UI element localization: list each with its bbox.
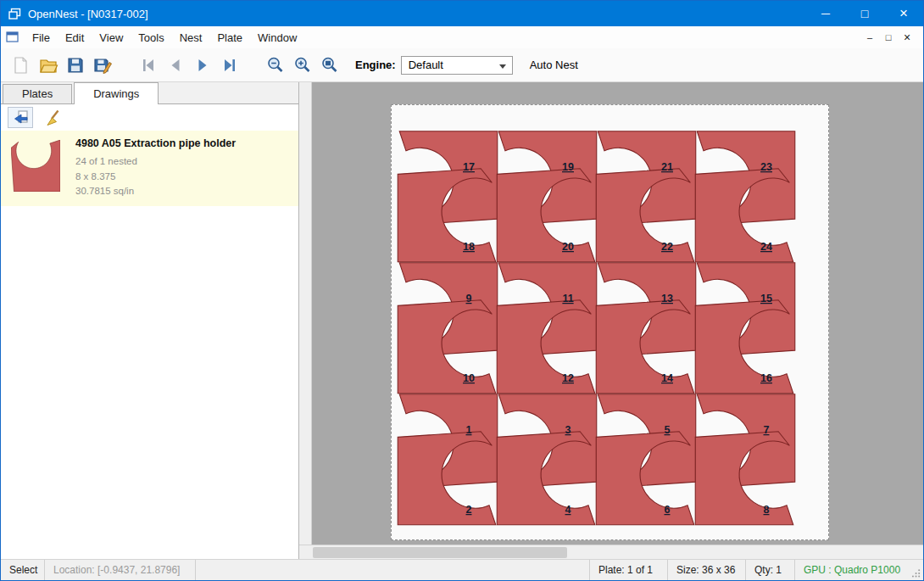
part-number-7: 7 [764,424,770,436]
menu-window[interactable]: Window [250,26,304,48]
part-number-13: 13 [661,293,673,304]
mdi-restore-button[interactable]: □ [879,29,898,46]
part-number-15: 15 [760,293,772,304]
part-number-3: 3 [565,424,571,436]
part-number-1: 1 [466,424,472,436]
app-window: OpenNest - [N0317-002] ─ □ × File Edit V… [0,0,924,581]
tab-drawings[interactable]: Drawings [74,82,159,104]
menu-nest[interactable]: Nest [172,26,210,48]
nest-canvas[interactable]: 171819202122232491011121314151612345678 [299,82,923,559]
nav-first-button[interactable] [135,52,162,79]
import-arrow-icon [11,109,30,127]
nest-pair-11-12[interactable]: 1112 [497,263,597,394]
save-button[interactable] [62,52,89,79]
part-number-24: 24 [760,241,772,253]
part-number-14: 14 [661,372,673,384]
minimize-button[interactable]: ─ [806,1,845,26]
main-toolbar: Engine: Default Auto Nest [1,48,923,82]
part-number-12: 12 [562,372,574,384]
engine-label: Engine: [355,59,396,71]
zoom-window-button[interactable] [316,52,343,79]
part-number-8: 8 [764,504,770,516]
drawing-title: 4980 A05 Extraction pipe holder [75,137,236,150]
engine-select[interactable]: Default [401,56,513,75]
resize-grip[interactable] [910,560,923,580]
nest-pair-3-4[interactable]: 34 [497,394,597,525]
part-number-16: 16 [760,372,772,384]
chevron-down-icon [499,64,506,69]
auto-nest-button[interactable]: Auto Nest [530,59,578,71]
status-qty: Qty: 1 [745,560,794,580]
part-number-2: 2 [466,504,472,516]
replace-drawing-button[interactable] [8,107,33,128]
statusbar: Select Location: [-0.9437, 21.8796] Plat… [1,559,923,580]
part-number-11: 11 [562,293,573,304]
nest-pair-13-14[interactable]: 1314 [596,263,696,394]
new-button[interactable] [8,52,35,79]
part-number-6: 6 [665,504,671,516]
mdi-child-icon[interactable] [6,31,19,43]
nest-pair-23-24[interactable]: 2324 [695,131,795,262]
tab-plates[interactable]: Plates [3,84,72,103]
new-file-icon [11,55,31,75]
part-number-17: 17 [463,161,475,173]
maximize-button[interactable]: □ [845,1,884,26]
drawing-list-item[interactable]: 4980 A05 Extraction pipe holder 24 of 1 … [1,131,298,206]
menu-tools[interactable]: Tools [131,26,171,48]
save-as-button[interactable] [89,52,116,79]
status-mode: Select [1,560,45,580]
nest-drawing: 171819202122232491011121314151612345678 [392,105,828,539]
save-as-icon [92,55,113,75]
part-number-10: 10 [463,372,475,384]
plate[interactable]: 171819202122232491011121314151612345678 [391,104,829,540]
zoom-out-button[interactable] [262,52,289,79]
titlebar: OpenNest - [N0317-002] ─ □ × [1,1,923,26]
zoom-in-icon [292,55,313,75]
menu-view[interactable]: View [92,26,131,48]
nav-prev-button[interactable] [162,52,189,79]
nav-last-button[interactable] [216,52,243,79]
nav-next-button[interactable] [189,52,216,79]
menubar: File Edit View Tools Nest Plate Window –… [1,26,923,48]
resize-grip-icon [912,568,921,578]
app-icon [8,8,21,20]
horizontal-scrollbar[interactable] [299,545,923,559]
part-thumbnail [11,137,62,198]
status-plate: Plate: 1 of 1 [589,560,667,580]
part-number-5: 5 [665,424,671,436]
nest-pair-17-18[interactable]: 1718 [398,131,498,262]
nav-prev-icon [166,56,185,75]
window-title: OpenNest - [N0317-002] [28,8,148,20]
broom-icon [45,109,64,127]
status-gpu: GPU : Quadro P1000 [794,560,910,580]
status-size: Size: 36 x 36 [667,560,745,580]
clear-drawings-button[interactable] [42,107,67,128]
part-number-22: 22 [661,241,673,253]
close-button[interactable]: × [884,1,923,26]
nest-pair-9-10[interactable]: 910 [398,263,498,394]
open-folder-icon [38,55,58,75]
zoom-in-button[interactable] [289,52,316,79]
open-button[interactable] [35,52,62,79]
drawing-area: 30.7815 sq/in [75,184,236,198]
part-number-19: 19 [562,161,574,173]
horizontal-scrollbar-thumb[interactable] [313,547,567,558]
mdi-minimize-button[interactable]: – [860,29,879,46]
nest-pair-19-20[interactable]: 1920 [497,131,597,262]
drawings-toolbar [1,104,298,131]
menu-edit[interactable]: Edit [58,26,92,48]
mdi-window-controls: – □ × [860,29,916,46]
mdi-close-button[interactable]: × [898,29,916,46]
nest-pair-15-16[interactable]: 1516 [695,263,795,394]
nest-pair-7-8[interactable]: 78 [695,394,795,525]
save-icon [65,55,86,75]
main-area: Plates Drawings [1,82,923,559]
vertical-scrollbar[interactable] [299,82,312,545]
menu-plate[interactable]: Plate [209,26,250,48]
nest-pair-21-22[interactable]: 2122 [596,131,696,262]
nest-pair-1-2[interactable]: 12 [398,394,498,525]
part-number-20: 20 [562,241,574,253]
drawing-info: 4980 A05 Extraction pipe holder 24 of 1 … [75,137,236,198]
menu-file[interactable]: File [25,26,58,48]
nest-pair-5-6[interactable]: 56 [596,394,696,525]
